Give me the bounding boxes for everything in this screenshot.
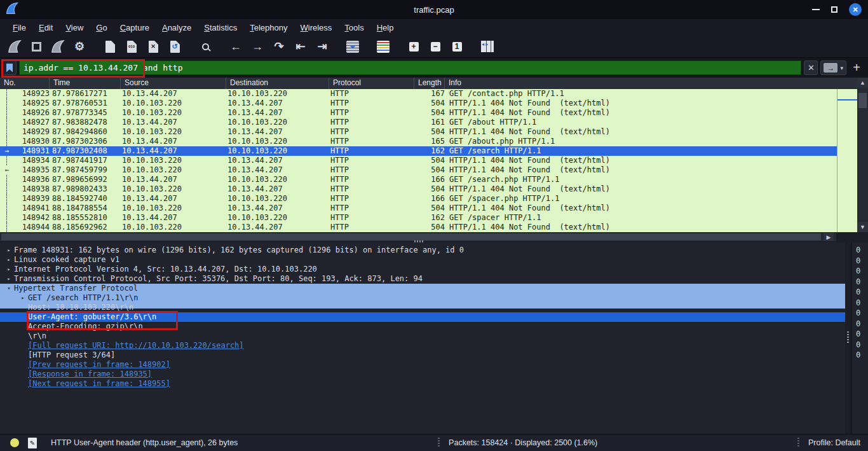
menu-help[interactable]: Help <box>370 21 400 34</box>
capture-comment-icon[interactable]: ✎ <box>28 438 37 448</box>
packet-row[interactable]: 14893887.98980243310.10.103.22010.13.44.… <box>0 184 868 194</box>
packet-row[interactable]: 14892387.97861727110.13.44.20710.10.103.… <box>0 89 868 99</box>
details-line[interactable]: User-Agent: gobuster/3.6\r\n <box>0 312 845 322</box>
menu-telephony[interactable]: Telephony <box>243 21 294 34</box>
scroll-right-icon[interactable]: ▶ <box>824 233 834 241</box>
details-line[interactable]: [HTTP request 3/64] <box>0 350 845 360</box>
zoom-out-icon[interactable]: − <box>426 38 445 55</box>
details-line[interactable]: ▸Linux cooked capture v1 <box>0 255 845 265</box>
go-last-packet-icon[interactable]: ⇥ <box>313 38 332 55</box>
packet-row[interactable]: 14894188.18478855410.10.103.22010.13.44.… <box>0 204 868 213</box>
packet-row[interactable]: 14892787.98388247810.13.44.20710.10.103.… <box>0 118 868 127</box>
close-button[interactable]: ✕ <box>849 3 862 16</box>
menu-wireless[interactable]: Wireless <box>294 21 339 34</box>
expander-icon[interactable]: ▸ <box>4 255 14 265</box>
expander-icon[interactable]: ▸ <box>4 265 14 274</box>
pane-splitter-handle[interactable] <box>414 240 424 242</box>
bytes-offset-char: 0 <box>852 245 868 256</box>
packet-row[interactable]: 14894488.18569296210.10.103.22010.13.44.… <box>0 223 868 232</box>
zoom-in-icon[interactable]: + <box>404 38 423 55</box>
maximize-button[interactable] <box>831 6 837 13</box>
scroll-down-icon[interactable]: ▼ <box>857 222 868 232</box>
packet-row[interactable]: 14894288.18555281010.13.44.20710.10.103.… <box>0 213 868 223</box>
go-forward-icon[interactable]: → <box>248 38 267 55</box>
open-file-icon[interactable] <box>100 38 119 55</box>
reload-file-icon[interactable]: ↺ <box>165 38 184 55</box>
go-first-packet-icon[interactable]: ⇤ <box>291 38 310 55</box>
capture-options-icon[interactable]: ⚙ <box>70 38 89 55</box>
details-line[interactable]: [Next request in frame: 148955] <box>0 379 845 389</box>
packet-row[interactable]: 14893687.98965699210.13.44.20710.10.103.… <box>0 175 868 184</box>
details-line[interactable]: [Full request URI: http://10.10.103.220/… <box>0 341 845 350</box>
details-line[interactable]: ▸Transmission Control Protocol, Src Port… <box>0 274 845 284</box>
expander-icon[interactable]: ▾ <box>4 284 14 293</box>
zoom-100-icon[interactable]: 1 <box>447 38 466 55</box>
packet-row[interactable]: ←14893587.98745979910.10.103.22010.13.44… <box>0 165 868 175</box>
menu-file[interactable]: File <box>6 21 32 34</box>
menu-edit[interactable]: Edit <box>32 21 59 34</box>
packet-row[interactable]: 14892687.97877334510.10.103.22010.13.44.… <box>0 108 868 118</box>
packet-row[interactable]: 14893988.18459274010.13.44.20710.10.103.… <box>0 194 868 204</box>
expander-icon[interactable]: ▸ <box>4 246 14 255</box>
add-filter-button[interactable]: + <box>849 60 864 75</box>
expander-icon[interactable]: ▸ <box>18 293 28 303</box>
details-line[interactable]: ▸Internet Protocol Version 4, Src: 10.13… <box>0 265 845 274</box>
details-line[interactable]: ▸Frame 148931: 162 bytes on wire (1296 b… <box>0 246 845 255</box>
packet-row[interactable]: 14892987.98429486010.10.103.22010.13.44.… <box>0 127 868 137</box>
colorize-packets-icon[interactable] <box>374 38 393 55</box>
details-line[interactable]: [Prev request in frame: 148902] <box>0 360 845 370</box>
hscroll-thumb[interactable] <box>1 233 821 240</box>
menu-go[interactable]: Go <box>90 21 113 34</box>
packet-row[interactable]: 14892587.97876053110.10.103.22010.13.44.… <box>0 99 868 108</box>
expander-icon[interactable]: ▸ <box>4 274 14 284</box>
splitter-dots <box>847 331 849 343</box>
restart-capture-icon[interactable] <box>48 38 67 55</box>
go-back-icon[interactable]: ← <box>226 38 245 55</box>
go-to-packet-icon[interactable]: ↷ <box>269 38 288 55</box>
details-line[interactable]: Host: 10.10.103.220\r\n <box>0 303 845 312</box>
menu-capture[interactable]: Capture <box>114 21 156 34</box>
minimize-button[interactable] <box>812 9 820 10</box>
close-file-icon[interactable]: ✕ <box>144 38 163 55</box>
details-line[interactable]: ▾Hypertext Transfer Protocol <box>0 284 845 293</box>
stop-capture-icon[interactable] <box>27 38 46 55</box>
menu-tools[interactable]: Tools <box>338 21 370 34</box>
scroll-up-icon[interactable]: ▲ <box>857 78 868 88</box>
bookmark-icon[interactable] <box>3 60 17 75</box>
menu-view[interactable]: View <box>59 21 90 34</box>
packet-list-vscrollbar[interactable]: ▲ ▼ <box>857 78 868 232</box>
expander-spacer <box>18 370 28 379</box>
column-header-destination[interactable]: Destination <box>226 78 329 89</box>
intelligent-scrollbar-minimap[interactable] <box>837 89 857 232</box>
bytes-offset-char: 0 <box>852 256 868 267</box>
details-line[interactable]: [Response in frame: 148935] <box>0 370 845 379</box>
details-line[interactable]: Accept-Encoding: gzip\r\n <box>0 322 845 331</box>
display-filter-input[interactable]: ip.addr == 10.13.44.207 and http <box>19 60 801 75</box>
details-line[interactable]: ▸GET /search HTTP/1.1\r\n <box>0 293 845 303</box>
packet-row-selected[interactable]: →14893187.98730240810.13.44.20710.10.103… <box>0 146 868 156</box>
column-header-time[interactable]: Time <box>50 78 121 89</box>
column-header-protocol[interactable]: Protocol <box>329 78 414 89</box>
profile-text[interactable]: Profile: Default <box>808 438 860 447</box>
expert-info-icon[interactable] <box>10 438 19 447</box>
column-header-length[interactable]: Length <box>414 78 445 89</box>
expander-spacer <box>18 341 28 350</box>
filter-clear-icon[interactable]: ✕ <box>804 60 818 75</box>
start-capture-icon[interactable] <box>5 38 24 55</box>
vscroll-thumb[interactable] <box>858 93 867 108</box>
menu-statistics[interactable]: Statistics <box>198 21 243 34</box>
column-header-info[interactable]: Info <box>445 78 868 89</box>
details-line[interactable]: \r\n <box>0 331 845 341</box>
find-packet-icon[interactable] <box>196 38 215 55</box>
auto-scroll-icon[interactable] <box>343 38 362 55</box>
packet-row[interactable]: 14893087.98730230610.13.44.20710.10.103.… <box>0 137 868 146</box>
filter-apply-button[interactable]: → ▾ <box>820 60 846 75</box>
column-header-source[interactable]: Source <box>121 78 226 89</box>
bytes-offset-char: 0 <box>852 350 868 361</box>
menu-analyze[interactable]: Analyze <box>156 21 198 34</box>
resize-columns-icon[interactable] <box>478 38 497 55</box>
column-header-no[interactable]: No. <box>0 78 50 89</box>
save-file-icon[interactable]: 010 <box>122 38 141 55</box>
packet-row[interactable]: 14893487.98744191710.10.103.22010.13.44.… <box>0 156 868 165</box>
bytes-pane-splitter[interactable] <box>845 242 851 434</box>
